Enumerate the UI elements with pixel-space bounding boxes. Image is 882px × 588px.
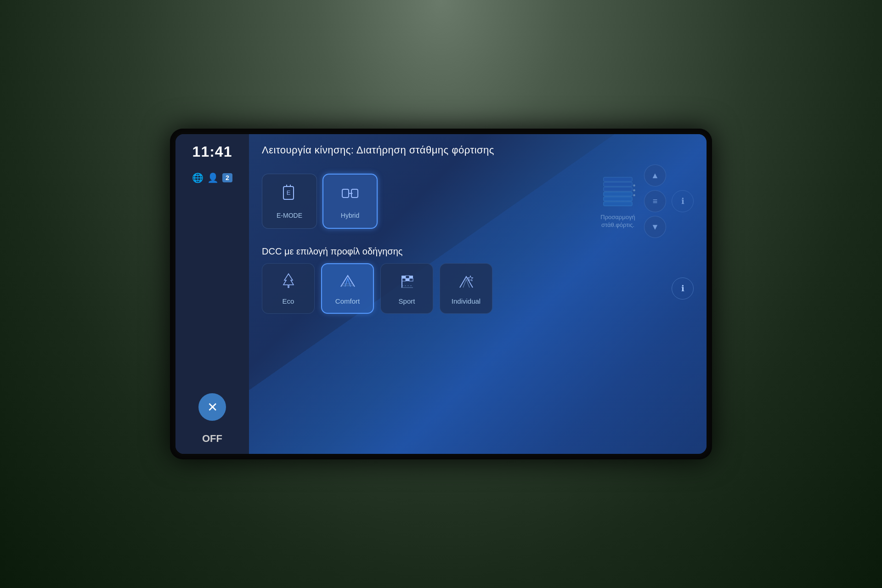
battery-stack-icon	[597, 173, 639, 210]
svg-rect-19	[402, 276, 406, 278]
hybrid-icon	[340, 184, 360, 207]
comfort-label: Comfort	[335, 297, 360, 305]
drive-mode-title: Λειτουργία κίνησης: Διατήρηση στάθμης φό…	[262, 144, 694, 156]
drive-modes-row: E E-MODE	[262, 164, 694, 238]
close-button[interactable]: ✕	[198, 393, 226, 421]
emode-icon: E	[280, 184, 299, 207]
svg-rect-11	[604, 197, 632, 201]
svg-rect-7	[604, 177, 632, 181]
eco-label: Eco	[283, 297, 294, 305]
svg-rect-9	[604, 187, 632, 191]
individual-icon	[458, 272, 475, 293]
svg-rect-24	[409, 278, 413, 281]
svg-rect-23	[406, 278, 409, 281]
charge-adapt-label: Προσαρμογήστάθ.φόρτις.	[600, 214, 635, 229]
sport-icon	[398, 272, 416, 293]
scroll-middle-button[interactable]: ≡	[644, 190, 666, 212]
emode-button[interactable]: E E-MODE	[262, 174, 317, 229]
info-icon: ℹ	[681, 196, 684, 206]
notification-badge: 2	[222, 173, 232, 182]
svg-rect-12	[604, 202, 632, 206]
hybrid-button[interactable]: Hybrid	[322, 174, 378, 229]
car-dashboard: 11:41 🌐 👤 2 ✕ OFF Λειτουργία κίνησης: Δι…	[0, 0, 882, 588]
person-icon: 👤	[207, 172, 219, 183]
screen-bezel: 11:41 🌐 👤 2 ✕ OFF Λειτουργία κίνησης: Δι…	[170, 129, 712, 459]
svg-rect-8	[604, 182, 632, 187]
svg-text:E: E	[287, 189, 291, 196]
eco-icon	[280, 272, 297, 293]
dcc-modes: Eco	[262, 263, 694, 314]
dcc-section: DCC με επιλογή προφίλ οδήγησης Eco	[262, 246, 694, 314]
svg-rect-4	[342, 189, 349, 198]
close-icon: ✕	[207, 400, 218, 415]
comfort-icon	[339, 272, 356, 293]
infotainment-screen: 11:41 🌐 👤 2 ✕ OFF Λειτουργία κίνησης: Δι…	[175, 134, 707, 454]
globe-icon: 🌐	[192, 172, 204, 183]
svg-rect-21	[409, 276, 413, 278]
scroll-down-button[interactable]: ▼	[644, 216, 666, 238]
emode-label: E-MODE	[277, 212, 302, 219]
sport-label: Sport	[399, 297, 415, 305]
svg-point-15	[633, 194, 635, 196]
scroll-up-button[interactable]: ▲	[644, 164, 666, 187]
hybrid-label: Hybrid	[341, 212, 359, 219]
svg-rect-22	[402, 278, 406, 281]
individual-button[interactable]: Individual	[440, 263, 492, 314]
dcc-info-button[interactable]: ℹ	[672, 277, 694, 300]
svg-point-14	[633, 189, 635, 191]
comfort-button[interactable]: Comfort	[321, 263, 374, 314]
sidebar-icons: 🌐 👤 2	[192, 172, 232, 183]
individual-label: Individual	[452, 297, 481, 305]
main-content: Λειτουργία κίνησης: Διατήρηση στάθμης φό…	[249, 134, 707, 454]
svg-point-13	[633, 185, 635, 187]
time-display: 11:41	[192, 143, 232, 160]
drive-info-button[interactable]: ℹ	[672, 190, 694, 212]
off-label: OFF	[202, 433, 222, 445]
eco-button[interactable]: Eco	[262, 263, 315, 314]
svg-rect-20	[406, 276, 409, 278]
dcc-info-icon: ℹ	[681, 283, 684, 294]
scroll-controls: ▲ ≡ ▼	[644, 164, 666, 238]
svg-rect-10	[604, 192, 632, 196]
charge-adapt-card: Προσαρμογήστάθ.φόρτις.	[597, 173, 639, 229]
sidebar: 11:41 🌐 👤 2 ✕ OFF	[175, 134, 249, 454]
svg-marker-16	[283, 274, 294, 288]
dcc-title: DCC με επιλογή προφίλ οδήγησης	[262, 246, 694, 257]
sport-button[interactable]: Sport	[380, 263, 433, 314]
